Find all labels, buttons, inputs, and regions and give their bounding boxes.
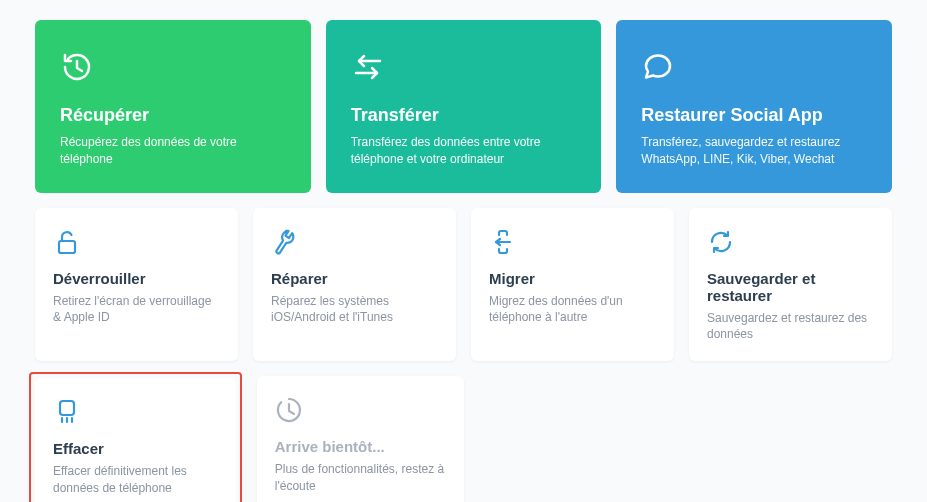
sync-icon [707,228,874,258]
social-desc: Transférez, sauvegardez et restaurez Wha… [641,134,867,168]
backup-title: Sauvegarder et restaurer [707,270,874,304]
erase-title: Effacer [53,440,218,457]
recover-title: Récupérer [60,105,286,126]
coming-soon-desc: Plus de fonctionnalités, restez à l'écou… [275,461,446,495]
transfer-icon [351,50,577,90]
unlock-title: Déverrouiller [53,270,220,287]
unlock-icon [53,228,220,258]
clock-icon [275,396,446,426]
recover-icon [60,50,286,90]
social-card[interactable]: Restaurer Social App Transférez, sauvega… [616,20,892,193]
erase-icon [53,398,218,428]
unlock-desc: Retirez l'écran de verrouillage & Apple … [53,293,220,327]
backup-card[interactable]: Sauvegarder et restaurer Sauvegardez et … [689,208,892,362]
recover-desc: Récupérez des données de votre téléphone [60,134,286,168]
chat-icon [641,50,867,90]
coming-soon-card: Arrive bientôt... Plus de fonctionnalité… [257,376,464,502]
svg-rect-2 [59,241,75,253]
transfer-title: Transférer [351,105,577,126]
svg-rect-4 [60,401,74,415]
migrate-icon [489,228,656,258]
transfer-desc: Transférez des données entre votre télép… [351,134,577,168]
migrate-title: Migrer [489,270,656,287]
erase-desc: Effacer définitivement les données de té… [53,463,218,497]
repair-title: Réparer [271,270,438,287]
mid-cards-row: Déverrouiller Retirez l'écran de verroui… [35,208,892,362]
unlock-card[interactable]: Déverrouiller Retirez l'écran de verroui… [35,208,238,362]
recover-card[interactable]: Récupérer Récupérez des données de votre… [35,20,311,193]
repair-card[interactable]: Réparer Réparez les systèmes iOS/Android… [253,208,456,362]
backup-desc: Sauvegardez et restaurez des données [707,310,874,344]
coming-soon-title: Arrive bientôt... [275,438,446,455]
erase-card[interactable]: Effacer Effacer définitivement les donné… [35,378,236,502]
wrench-icon [271,228,438,258]
repair-desc: Réparez les systèmes iOS/Android et l'iT… [271,293,438,327]
migrate-card[interactable]: Migrer Migrez des données d'un téléphone… [471,208,674,362]
bottom-cards-row: Effacer Effacer définitivement les donné… [35,376,892,502]
social-title: Restaurer Social App [641,105,867,126]
erase-highlight-box: Effacer Effacer définitivement les donné… [29,372,242,502]
migrate-desc: Migrez des données d'un téléphone à l'au… [489,293,656,327]
transfer-card[interactable]: Transférer Transférez des données entre … [326,20,602,193]
top-cards-row: Récupérer Récupérez des données de votre… [35,20,892,193]
